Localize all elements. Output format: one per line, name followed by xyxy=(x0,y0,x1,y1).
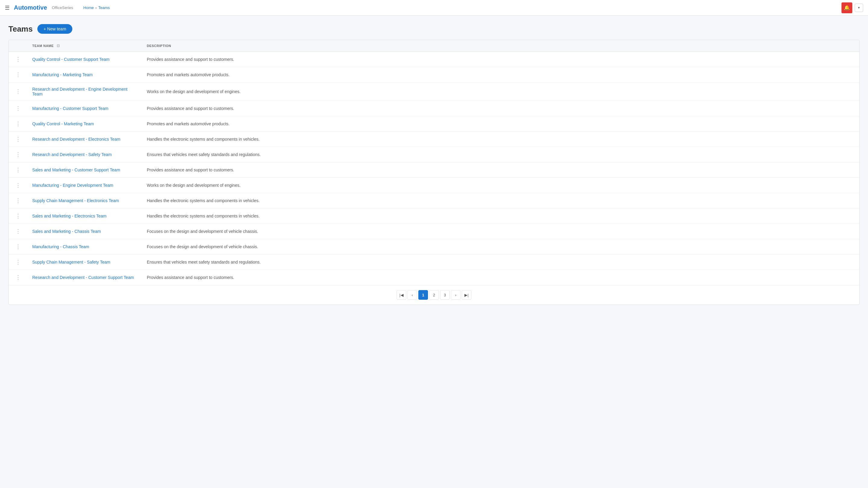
row-menu-cell: ⋮ xyxy=(9,147,27,162)
team-name-link[interactable]: Supply Chain Management - Electronics Te… xyxy=(32,198,119,203)
team-description: Handles the electronic systems and compo… xyxy=(147,198,259,203)
row-context-menu-button[interactable]: ⋮ xyxy=(13,136,23,142)
row-context-menu-button[interactable]: ⋮ xyxy=(13,56,23,63)
row-name-cell: Sales and Marketing - Customer Support T… xyxy=(27,162,142,178)
team-name-link[interactable]: Manufacturing - Marketing Team xyxy=(32,72,93,77)
row-context-menu-button[interactable]: ⋮ xyxy=(13,228,23,235)
page-content: Teams + New team TEAM NAME ⊡ DESCRIPTION… xyxy=(0,16,868,313)
team-description: Promotes and markets automotive products… xyxy=(147,121,230,126)
row-description-cell: Works on the design and development of e… xyxy=(142,83,859,101)
pagination-prev-button[interactable]: ‹ xyxy=(407,290,417,300)
row-name-cell: Sales and Marketing - Chassis Team xyxy=(27,224,142,239)
row-menu-cell: ⋮ xyxy=(9,67,27,83)
pagination-next-button[interactable]: › xyxy=(451,290,461,300)
row-context-menu-button[interactable]: ⋮ xyxy=(13,167,23,173)
pagination-last-button[interactable]: ▶| xyxy=(462,290,471,300)
row-description-cell: Provides assistance and support to custo… xyxy=(142,52,859,67)
team-name-link[interactable]: Supply Chain Management - Safety Team xyxy=(32,260,110,264)
pagination-page-1[interactable]: 1 xyxy=(418,290,428,300)
team-name-link[interactable]: Quality Control - Marketing Team xyxy=(32,121,94,126)
row-menu-cell: ⋮ xyxy=(9,116,27,132)
table-row: ⋮Sales and Marketing - Customer Support … xyxy=(9,162,859,178)
row-context-menu-button[interactable]: ⋮ xyxy=(13,243,23,250)
row-name-cell: Supply Chain Management - Safety Team xyxy=(27,255,142,270)
team-name-link[interactable]: Sales and Marketing - Chassis Team xyxy=(32,229,101,234)
team-name-link[interactable]: Sales and Marketing - Electronics Team xyxy=(32,214,106,218)
team-description: Ensures that vehicles meet safety standa… xyxy=(147,260,261,264)
row-menu-cell: ⋮ xyxy=(9,132,27,147)
header-right: 🔔 ▾ xyxy=(841,2,863,13)
row-name-cell: Sales and Marketing - Electronics Team xyxy=(27,208,142,224)
row-context-menu-button[interactable]: ⋮ xyxy=(13,105,23,112)
table-row: ⋮Quality Control - Customer Support Team… xyxy=(9,52,859,67)
notifications-button[interactable]: 🔔 xyxy=(841,2,852,13)
row-description-cell: Handles the electronic systems and compo… xyxy=(142,193,859,208)
team-description: Provides assistance and support to custo… xyxy=(147,275,234,280)
teams-table-container: TEAM NAME ⊡ DESCRIPTION ⋮Quality Control… xyxy=(8,40,860,305)
table-row: ⋮Research and Development - Electronics … xyxy=(9,132,859,147)
row-description-cell: Provides assistance and support to custo… xyxy=(142,162,859,178)
team-name-link[interactable]: Research and Development - Safety Team xyxy=(32,152,112,157)
header-left: ☰ Automotive OfficeSeries Home » Teams xyxy=(5,4,110,11)
team-name-link[interactable]: Research and Development - Electronics T… xyxy=(32,137,120,141)
pagination-page-2[interactable]: 2 xyxy=(429,290,439,300)
row-menu-cell: ⋮ xyxy=(9,224,27,239)
breadcrumb-current: Teams xyxy=(98,5,110,10)
team-description: Works on the design and development of e… xyxy=(147,89,241,94)
team-name-link[interactable]: Manufacturing - Chassis Team xyxy=(32,244,89,249)
row-description-cell: Focuses on the design and development of… xyxy=(142,224,859,239)
chevron-down-icon: ▾ xyxy=(858,6,860,10)
row-context-menu-button[interactable]: ⋮ xyxy=(13,213,23,219)
table-row: ⋮Sales and Marketing - Electronics TeamH… xyxy=(9,208,859,224)
breadcrumb-separator: » xyxy=(95,6,97,10)
row-name-cell: Research and Development - Customer Supp… xyxy=(27,270,142,285)
row-description-cell: Promotes and markets automotive products… xyxy=(142,116,859,132)
row-context-menu-button[interactable]: ⋮ xyxy=(13,259,23,265)
row-description-cell: Handles the electronic systems and compo… xyxy=(142,208,859,224)
row-menu-cell: ⋮ xyxy=(9,239,27,255)
row-description-cell: Works on the design and development of e… xyxy=(142,178,859,193)
team-name-link[interactable]: Research and Development - Customer Supp… xyxy=(32,275,134,280)
team-name-link[interactable]: Sales and Marketing - Customer Support T… xyxy=(32,167,120,172)
row-menu-cell: ⋮ xyxy=(9,83,27,101)
pagination-first-button[interactable]: |◀ xyxy=(397,290,406,300)
row-context-menu-button[interactable]: ⋮ xyxy=(13,197,23,204)
row-context-menu-button[interactable]: ⋮ xyxy=(13,274,23,281)
row-context-menu-button[interactable]: ⋮ xyxy=(13,71,23,78)
col-header-name: TEAM NAME ⊡ xyxy=(27,40,142,52)
header-dropdown-button[interactable]: ▾ xyxy=(855,4,863,12)
new-team-button[interactable]: + New team xyxy=(37,24,72,34)
row-description-cell: Provides assistance and support to custo… xyxy=(142,101,859,116)
row-description-cell: Provides assistance and support to custo… xyxy=(142,270,859,285)
app-name: Automotive xyxy=(14,4,47,11)
row-context-menu-button[interactable]: ⋮ xyxy=(13,121,23,127)
team-description: Provides assistance and support to custo… xyxy=(147,167,234,172)
row-name-cell: Quality Control - Customer Support Team xyxy=(27,52,142,67)
table-row: ⋮Manufacturing - Marketing TeamPromotes … xyxy=(9,67,859,83)
team-name-link[interactable]: Research and Development - Engine Develo… xyxy=(32,87,127,96)
row-context-menu-button[interactable]: ⋮ xyxy=(13,182,23,189)
row-description-cell: Focuses on the design and development of… xyxy=(142,239,859,255)
row-name-cell: Manufacturing - Chassis Team xyxy=(27,239,142,255)
team-name-link[interactable]: Manufacturing - Engine Development Team xyxy=(32,183,113,188)
team-description: Handles the electronic systems and compo… xyxy=(147,137,259,141)
breadcrumb-home[interactable]: Home xyxy=(84,5,94,10)
team-description: Focuses on the design and development of… xyxy=(147,244,258,249)
team-description: Focuses on the design and development of… xyxy=(147,229,258,234)
row-name-cell: Research and Development - Safety Team xyxy=(27,147,142,162)
app-suite: OfficeSeries xyxy=(52,5,73,10)
team-description: Provides assistance and support to custo… xyxy=(147,57,234,62)
row-name-cell: Quality Control - Marketing Team xyxy=(27,116,142,132)
row-context-menu-button[interactable]: ⋮ xyxy=(13,151,23,158)
page-header: Teams + New team xyxy=(8,24,860,34)
row-name-cell: Research and Development - Engine Develo… xyxy=(27,83,142,101)
filter-icon[interactable]: ⊡ xyxy=(57,44,60,48)
col-header-menu xyxy=(9,40,27,52)
team-description: Works on the design and development of e… xyxy=(147,183,241,188)
row-context-menu-button[interactable]: ⋮ xyxy=(13,88,23,95)
team-name-link[interactable]: Quality Control - Customer Support Team xyxy=(32,57,110,62)
app-header: ☰ Automotive OfficeSeries Home » Teams 🔔… xyxy=(0,0,868,16)
hamburger-icon[interactable]: ☰ xyxy=(5,5,10,10)
pagination-page-3[interactable]: 3 xyxy=(440,290,450,300)
team-name-link[interactable]: Manufacturing - Customer Support Team xyxy=(32,106,108,111)
